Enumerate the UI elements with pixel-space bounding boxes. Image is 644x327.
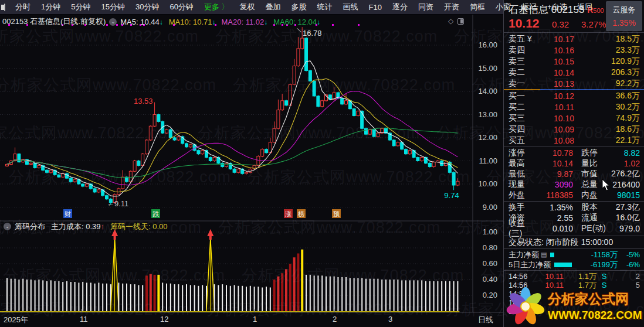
stats2-row[interactable]: 换手1.35%股本27.3亿 [504,202,644,213]
toolbar-item-多股[interactable]: 多股 [286,2,312,12]
flows-row[interactable]: 主力净额▤-1158万-5% [504,250,644,260]
toolbar-item-分时[interactable]: 分时 [10,2,36,12]
order-price: 10.14 [539,68,574,77]
svg-text:11.00: 11.00 [479,156,497,165]
toolbar-item-60分钟[interactable]: 60分钟 [164,2,198,12]
buy-rows-row[interactable]: 买一10.1236.6万 [504,90,644,101]
candlestick-chart[interactable]: 16.7813.53←9.119.74财跌涨榜预16.0015.0014.001… [0,15,503,313]
svg-text:0.60: 0.60 [483,259,497,268]
buy-rows-row[interactable]: 买四10.0918.6万 [504,124,644,135]
ma-value: MA10: 10.71↓ [169,18,216,26]
stats2-row[interactable]: 收益(三)0.010PE(动)979.0 [504,223,644,234]
toolbar-item-逐分[interactable]: 逐分 [387,2,413,12]
order-price: 10.11 [539,103,574,112]
svg-text:14.00: 14.00 [478,87,497,96]
toolbar-item-同资[interactable]: 同资 [413,2,439,12]
svg-text:预: 预 [333,210,340,217]
flows-row[interactable]: 5日主力净额-6199万-6% [504,260,644,270]
toolbar-item-画线[interactable]: 画线 [338,2,364,12]
toolbar-item-5分钟[interactable]: 5分钟 [66,2,96,12]
toolbar-item-F10[interactable]: F10 [364,3,387,12]
sector-pct: 1.35% [606,18,642,28]
buy-rows-row[interactable]: 买五10.0822.1万 [504,135,644,146]
buy-rows-row[interactable]: 买三10.1074.9万 [504,113,644,124]
buy-rows-row[interactable]: 买二10.1130.2万 [504,101,644,113]
order-price: 10.13 [539,79,574,88]
site-logo: 分析家公式网 WWW.70822.COM [504,285,644,327]
toolbar-item-30分钟[interactable]: 30分钟 [130,2,164,12]
sell-rows-row[interactable]: 卖三 10.15120.9万 [504,56,644,67]
order-volume: 120.9万 [574,56,640,67]
order-level: 买三 [509,113,539,124]
stats1-row[interactable]: 涨停10.78跌停8.82 [504,148,644,158]
stats1-row[interactable]: 最高10.14量比1.02 [504,158,644,169]
toolbar-item-标记[interactable]: 标记 [516,2,542,12]
chevron-down-circle-icon[interactable]: ⌄ [109,18,117,26]
chart-header: 002153 石基信息(日线.前复权) ⌄ MA5: 10.44↓MA10: 1… [0,16,473,28]
x-axis-label: 2 [333,315,337,323]
split-window-icon[interactable] [457,18,464,25]
x-axis-label: 11 [80,315,88,323]
stock-app-window: 分时1分钟5分钟15分钟30分钟60分钟更多 〉复权叠加多股统计画线F10逐分同… [0,0,644,327]
toolbar-item-简框[interactable]: 简框 [465,2,490,12]
buy-queue: 买一10.1236.6万买二10.1130.2万买三10.1074.9万买四10… [504,90,644,146]
order-price: 10.16 [539,46,574,55]
sell-queue: 卖五 ¥10.1718.5万卖四 10.1623.3万卖三 10.15120.9… [504,33,644,89]
svg-text:←9.11: ←9.11 [107,199,128,208]
order-volume: 92.2万 [574,79,640,89]
sell-rows-row[interactable]: 卖二 10.14206.3万 [504,67,644,78]
price-change: 0.32 [552,19,569,29]
toolbar-item-开资[interactable]: 开资 [439,2,465,12]
svg-text:9.74: 9.74 [444,191,459,200]
order-price: 10.08 [539,136,574,145]
flow-label: 5日主力净额 [509,260,551,270]
subchart-header: ⌄ 筹码分布 主力成本: 0.39 ↑ 筹码一线天: 0.00 [0,222,411,231]
toolbar-item-+自选[interactable]: +自选 [542,2,572,12]
x-axis-label: 3 [388,315,392,323]
order-level: 卖四 [509,45,539,56]
toolbar-item-叠加[interactable]: 叠加 [260,2,286,12]
order-price: 10.12 [539,91,574,101]
svg-text:13.00: 13.00 [478,110,497,119]
quote-panel: 石基信息 002153 R500 10.12 0.32 3.27% 云服务 1.… [503,0,644,327]
layout-icon[interactable] [4,4,5,11]
x-axis-label: 1 [253,315,257,323]
order-level: 卖五 ¥ [509,34,539,45]
stats-block-1: 涨停10.78跌停8.82最高10.14量比1.02最低9.87市值276.2亿… [504,148,644,200]
sell-rows-row[interactable]: 卖一 10.1392.2万 [504,78,644,89]
chart-corner-icons: ◇ [448,17,464,25]
toolbar-item-more[interactable]: 更多 〉 [199,2,235,12]
toolbar-item-返回[interactable]: 返回 [572,2,598,12]
flow-value: -1158万 [554,250,618,260]
stats1-row[interactable]: 现量3090总量216400 [504,179,644,190]
order-level: 买一 [509,91,539,101]
stats1-row[interactable]: 最低9.87市值276.2亿 [504,169,644,179]
toolbar-item-复权[interactable]: 复权 [235,2,260,12]
price-change-pct: 3.27% [581,19,606,29]
svg-text:榜: 榜 [298,210,304,217]
diamond-icon[interactable]: ◇ [448,17,453,25]
stats1-row[interactable]: 外盘118385内盘98015 [504,190,644,200]
sell-rows-row[interactable]: 卖四 10.1623.3万 [504,45,644,56]
svg-text:0.20: 0.20 [483,291,497,299]
flow-bar [550,253,554,257]
logo-site-url: WWW.70822.COM [548,309,642,322]
main-capital-flows: 主力净额▤-1158万-5%5日主力净额-6199万-6% [504,250,644,270]
chevron-down-circle-icon[interactable]: ⌄ [4,223,11,230]
flow-bar [554,263,572,267]
order-price: 10.09 [539,125,574,134]
flow-label: 主力净额 [509,250,539,260]
period-label[interactable]: 日线 [478,315,493,325]
toolbar-item-小窗[interactable]: 小窗 [490,2,516,12]
sell-rows-row[interactable]: 卖五 ¥10.1718.5万 [504,33,644,45]
svg-text:0.40: 0.40 [483,275,497,284]
order-level: 买五 [509,135,539,146]
svg-text:0.80: 0.80 [483,243,497,252]
toolbar-item-1分钟[interactable]: 1分钟 [36,2,66,12]
sector-badge[interactable]: 云服务 1.35% [606,1,642,31]
order-price: 10.10 [539,114,574,123]
order-price: 10.17 [539,35,574,44]
svg-text:1.00: 1.00 [483,227,497,236]
toolbar-item-统计[interactable]: 统计 [312,2,338,12]
toolbar-item-15分钟[interactable]: 15分钟 [96,2,130,12]
